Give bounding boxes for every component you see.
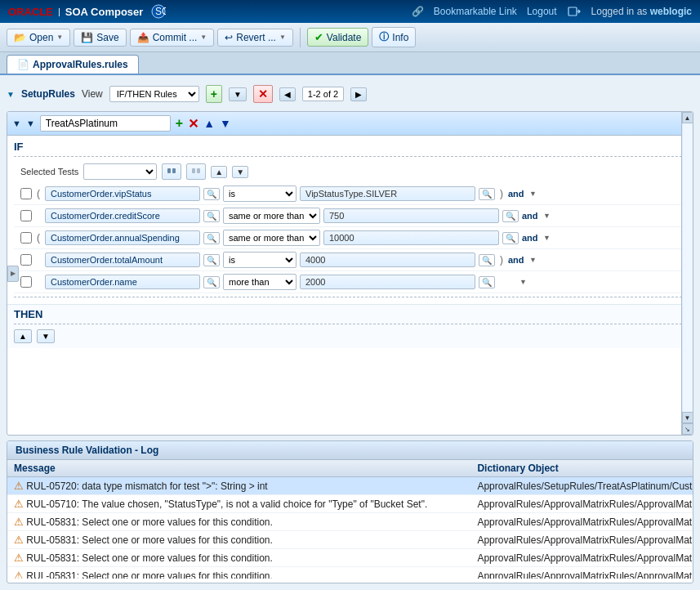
- cond-open-paren-5: [35, 276, 42, 288]
- collapse-icon[interactable]: ▼: [7, 90, 15, 99]
- commit-dropdown-arrow[interactable]: ▼: [200, 34, 207, 41]
- commit-button[interactable]: 📤 Commit ... ▼: [130, 29, 215, 47]
- test-none-button[interactable]: [186, 163, 206, 180]
- condition-row: CustomerOrder.creditScore 🔍 same or more…: [14, 205, 686, 227]
- cond-connector-dropdown-1[interactable]: ▼: [529, 190, 537, 198]
- scroll-corner[interactable]: ↘: [682, 423, 693, 435]
- log-cell-dict: ApprovalRules/ApprovalMatrixRules/Approv…: [470, 567, 693, 579]
- view-select[interactable]: IF/THEN Rules Decision Table: [109, 86, 199, 102]
- cond-field-search-2[interactable]: 🔍: [203, 210, 220, 222]
- selected-tests-bar: Selected Tests ▲ ▼: [14, 160, 686, 183]
- log-tbody: ⚠ RUL-05720: data type mismatch for test…: [7, 477, 693, 579]
- test-all-button[interactable]: [162, 163, 181, 180]
- cond-connector-dropdown-5[interactable]: ▼: [519, 278, 527, 286]
- open-dropdown-arrow[interactable]: ▼: [56, 34, 63, 41]
- cond-value-2: 750: [323, 208, 499, 223]
- add-condition-button[interactable]: +: [176, 116, 183, 131]
- info-icon: ⓘ: [379, 30, 389, 44]
- cond-field-search-1[interactable]: 🔍: [203, 188, 220, 200]
- revert-button[interactable]: ↩ Revert ... ▼: [217, 29, 293, 47]
- file-icon: 📄: [17, 59, 29, 70]
- toolbar-separator: [300, 28, 301, 47]
- cond-close-paren-1: ): [498, 188, 505, 199]
- cond-connector-dropdown-3[interactable]: ▼: [543, 234, 551, 242]
- log-cell-message: ⚠ RUL-05710: The value chosen, "StatusTy…: [7, 495, 470, 513]
- cond-connector-dropdown-4[interactable]: ▼: [529, 256, 537, 264]
- move-down-button[interactable]: ▼: [220, 117, 231, 130]
- rule-expand-arrow[interactable]: ▼: [12, 118, 21, 128]
- then-actions: ▲ ▼: [14, 328, 686, 345]
- prev-page-button[interactable]: ◀: [279, 87, 296, 101]
- logout-link[interactable]: Logout: [527, 6, 557, 17]
- warning-icon: ⚠: [14, 516, 24, 528]
- right-scrollbar[interactable]: ▲ ▼ ↘: [681, 112, 693, 435]
- cond-field-search-5[interactable]: 🔍: [203, 276, 220, 288]
- then-up-button[interactable]: ▲: [14, 329, 32, 343]
- cond-field-search-4[interactable]: 🔍: [203, 254, 220, 266]
- validate-button[interactable]: ✔ Validate: [307, 28, 368, 47]
- logout-icon: [567, 4, 582, 19]
- cond-value-search-5[interactable]: 🔍: [479, 276, 495, 288]
- left-collapse-button[interactable]: ▶: [7, 266, 19, 282]
- log-row[interactable]: ⚠ RUL-05831: Select one or more values f…: [7, 531, 693, 549]
- then-down-button[interactable]: ▼: [37, 329, 55, 343]
- app-title: SOA Composer: [65, 6, 144, 18]
- cond-operator-2[interactable]: same or more than: [223, 208, 320, 224]
- cond-field-5: CustomerOrder.name: [45, 275, 200, 289]
- view-label: View: [82, 88, 103, 100]
- cond-checkbox-5[interactable]: [20, 276, 32, 288]
- log-row[interactable]: ⚠ RUL-05710: The value chosen, "StatusTy…: [7, 495, 693, 513]
- cond-operator-4[interactable]: is: [223, 252, 296, 268]
- scroll-down-button[interactable]: ▼: [682, 412, 693, 423]
- rule-name-input[interactable]: TreatAsPlatinum: [40, 115, 171, 132]
- tab-approval-rules[interactable]: 📄 ApprovalRules.rules: [7, 55, 139, 74]
- add-rule-dropdown[interactable]: ▼: [229, 87, 247, 101]
- save-button[interactable]: 💾 Save: [74, 29, 126, 47]
- log-cell-message: ⚠ RUL-05831: Select one or more values f…: [7, 531, 470, 549]
- revert-dropdown-arrow[interactable]: ▼: [279, 34, 286, 41]
- next-page-button[interactable]: ▶: [350, 87, 367, 101]
- cond-checkbox-3[interactable]: [20, 232, 32, 244]
- log-row[interactable]: ⚠ RUL-05831: Select one or more values f…: [7, 513, 693, 531]
- cond-field-search-3[interactable]: 🔍: [203, 232, 220, 244]
- warning-icon: ⚠: [14, 552, 24, 564]
- tabs-bar: 📄 ApprovalRules.rules: [0, 52, 700, 75]
- cond-operator-3[interactable]: same or more than: [223, 230, 320, 246]
- then-dotted: [14, 324, 686, 324]
- add-rule-button[interactable]: +: [206, 85, 222, 103]
- cond-operator-1[interactable]: is: [223, 185, 296, 202]
- log-row[interactable]: ⚠ RUL-05831: Select one or more values f…: [7, 549, 693, 567]
- cond-connector-3: and: [522, 233, 540, 243]
- open-button[interactable]: 📂 Open ▼: [7, 29, 70, 47]
- info-button[interactable]: ⓘ Info: [372, 27, 416, 47]
- cond-open-paren-4: [35, 254, 42, 266]
- soa-logo-icon: SOA: [151, 4, 166, 19]
- cond-value-search-2[interactable]: 🔍: [502, 210, 519, 222]
- delete-rule-button[interactable]: ✕: [253, 85, 273, 103]
- cond-field-4: CustomerOrder.totalAmount: [45, 253, 200, 267]
- move-up-button[interactable]: ▲: [203, 117, 215, 130]
- cond-value-3: 10000: [323, 230, 499, 245]
- cond-open-paren-1: (: [35, 188, 42, 199]
- cond-checkbox-1[interactable]: [20, 188, 32, 199]
- cond-connector-dropdown-2[interactable]: ▼: [543, 212, 551, 220]
- cond-value-search-4[interactable]: 🔍: [479, 254, 495, 266]
- cond-operator-5[interactable]: more than: [223, 274, 296, 290]
- test-down-button[interactable]: ▼: [232, 166, 248, 178]
- log-row[interactable]: ⚠ RUL-05720: data type mismatch for test…: [7, 477, 693, 495]
- log-scroll-container[interactable]: Message Dictionary Object ⚠ RUL-05720: d…: [7, 460, 693, 579]
- cond-value-search-3[interactable]: 🔍: [502, 232, 519, 244]
- scroll-up-button[interactable]: ▲: [682, 112, 693, 123]
- cond-value-search-1[interactable]: 🔍: [479, 188, 495, 200]
- cond-close-paren-4: ): [498, 254, 505, 266]
- bookmarkable-link[interactable]: Bookmarkable Link: [434, 6, 517, 17]
- cond-connector-4: and: [508, 255, 526, 265]
- log-row[interactable]: ⚠ RUL-05831: Select one or more values f…: [7, 567, 693, 579]
- delete-condition-button[interactable]: ✕: [188, 116, 198, 132]
- cond-checkbox-4[interactable]: [20, 254, 32, 266]
- cond-checkbox-2[interactable]: [20, 210, 32, 221]
- rule-expand-arrow2[interactable]: ▼: [26, 118, 35, 128]
- selected-tests-select[interactable]: [83, 163, 157, 180]
- condition-row: ( CustomerOrder.vipStatus 🔍 is VipStatus…: [14, 183, 686, 205]
- test-up-button[interactable]: ▲: [211, 166, 227, 178]
